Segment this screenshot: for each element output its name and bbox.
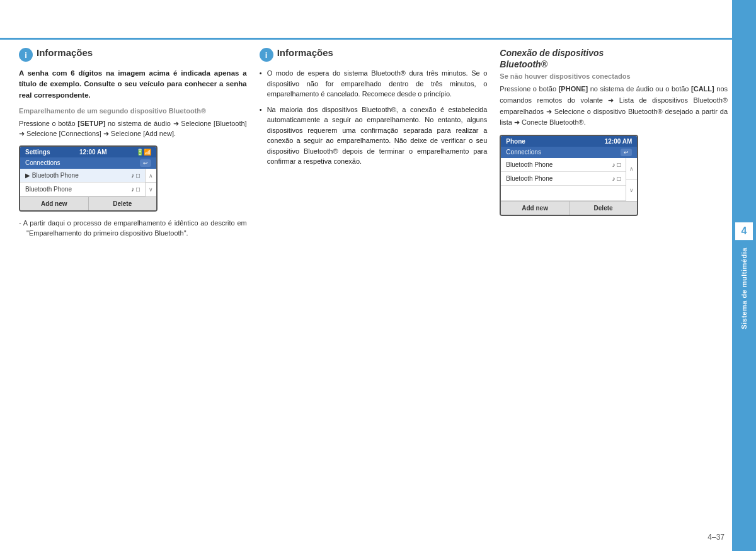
screen-connections-label-2: Connections [506,149,541,156]
screen-rows-inner-2: Bluetooth Phone ♪ □ Bluetooth Phone ♪ □ [501,158,626,201]
screen-row-1-active: ▶ Bluetooth Phone ♪ □ [20,169,145,183]
screen-subheader-1: Connections ↩ [20,157,156,169]
screen-back-btn-1: ↩ [140,159,151,167]
screen-delete-1: Delete [89,197,157,210]
info-title-2: Informações [277,47,333,58]
columns-container: i Informações A senha com 6 dígitos na i… [19,47,728,526]
screen-row-empty [501,186,626,201]
screen-add-new-2: Add new [501,202,570,215]
screen-footer-1: Add new Delete [20,196,156,210]
bullet-list-2: O modo de espera do sistema Bluetooth® d… [260,68,488,167]
column-1: i Informações A senha com 6 dígitos na i… [19,47,247,526]
scroll-down-1: ∨ [146,183,156,196]
screen-row1-icons: ♪ □ [131,172,140,179]
info-icon-2: i [260,48,273,62]
screen-footer-2: Add new Delete [501,201,637,215]
chapter-sidebar: 4 Sistema de multimédia [732,0,756,551]
screen-rows-2: Bluetooth Phone ♪ □ Bluetooth Phone ♪ □ … [501,158,637,201]
screen-row4-label: Bluetooth Phone [506,175,553,182]
page-number: 4–37 [707,533,724,542]
right-subtitle-gray: Se não houver dispositivos conectados [500,72,728,80]
right-normal-text: Pressione o botão [PHONE] no sistema de … [500,84,728,128]
dash-note-1: - A partir daqui o processo de emparelha… [19,218,247,239]
screen-delete-2: Delete [570,202,638,215]
bullet-item-2: Na maioria dos dispositivos Bluetooth®, … [260,105,488,167]
screen-scrollbar-2: ∧ ∨ [626,158,637,201]
screen-icons-1: 🔋📶 [136,149,151,156]
screen-row2-icons: ♪ □ [131,186,140,193]
screen-row2-label: Bluetooth Phone [25,186,72,193]
screen-row4-icons: ♪ □ [612,175,621,182]
screen-subheader-2: Connections ↩ [501,147,637,158]
screen-header-1: Settings 12:00 AM 🔋📶 [20,147,156,157]
screen-row-3: Bluetooth Phone ♪ □ [501,158,626,172]
column-2: i Informações O modo de espera do sistem… [260,47,488,526]
subtitle-gray-1: Emparelhamento de um segundo dispositivo… [19,107,247,115]
info-bold-text-1: A senha com 6 dígitos na imagem acima é … [19,68,247,101]
screen-row3-icons: ♪ □ [612,161,621,168]
screen-title-2: Phone [506,138,525,145]
scroll-down-2: ∨ [626,179,637,201]
main-content: i Informações A senha com 6 dígitos na i… [19,47,728,526]
screen-title-1: Settings [25,149,50,156]
screen-mockup-2: Phone 12:00 AM Connections ↩ Bluetooth P… [500,135,638,216]
chapter-number: 4 [735,222,753,240]
screen-rows-inner-1: ▶ Bluetooth Phone ♪ □ Bluetooth Phone ♪ … [20,169,145,196]
info-box-2: i Informações [260,47,488,62]
normal-text-1: Pressione o botão [SETUP] no sistema de … [19,118,247,139]
screen-back-btn-2: ↩ [621,149,632,156]
screen-row-4: Bluetooth Phone ♪ □ [501,172,626,186]
scroll-up-1: ∧ [146,169,156,183]
screen-rows-1: ▶ Bluetooth Phone ♪ □ Bluetooth Phone ♪ … [20,169,156,196]
info-box-1: i Informações [19,47,247,62]
right-col-title: Conexão de dispositivos Bluetooth® [500,47,728,70]
screen-row-2: Bluetooth Phone ♪ □ [20,183,145,196]
screen-header-2: Phone 12:00 AM [501,136,637,147]
column-3: Conexão de dispositivos Bluetooth® Se nã… [500,47,728,526]
screen-time-1: 12:00 AM [79,149,107,156]
scroll-up-2: ∧ [626,158,637,180]
bullet-item-1: O modo de espera do sistema Bluetooth® d… [260,68,488,99]
screen-time-2: 12:00 AM [605,138,633,145]
info-title-1: Informações [37,47,93,58]
screen-connections-label-1: Connections [25,159,60,166]
sidebar-label: Sistema de multimédia [740,247,748,329]
screen-add-new-1: Add new [20,197,89,210]
screen-row1-icon: ▶ Bluetooth Phone [25,172,79,179]
screen-mockup-1: Settings 12:00 AM 🔋📶 Connections ↩ ▶ Blu… [19,145,158,212]
info-icon-1: i [19,48,33,62]
screen-scrollbar-1: ∧ ∨ [145,169,156,196]
screen-row3-label: Bluetooth Phone [506,161,553,168]
top-decorative-line [0,38,756,40]
